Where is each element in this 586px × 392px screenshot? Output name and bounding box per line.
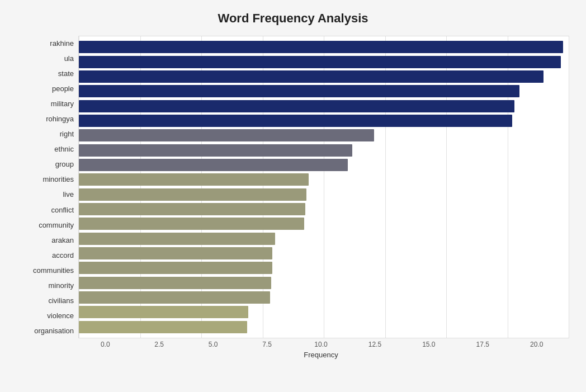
bar xyxy=(79,100,514,112)
y-label: minorities xyxy=(17,172,74,187)
y-label: state xyxy=(17,66,74,81)
bar xyxy=(79,173,309,186)
bar-row xyxy=(79,216,563,231)
y-label: people xyxy=(17,81,74,96)
bar xyxy=(79,233,275,245)
bar xyxy=(79,188,306,201)
bar-row xyxy=(79,276,563,290)
x-tick: 7.5 xyxy=(240,341,294,348)
bar xyxy=(79,306,248,318)
bar xyxy=(79,203,305,215)
bar xyxy=(79,159,348,171)
y-label: rohingya xyxy=(17,111,74,126)
chart-container: Word Frequency Analysis rakhineulastatep… xyxy=(0,0,586,392)
y-label: live xyxy=(17,187,74,202)
bar xyxy=(79,247,272,259)
bar xyxy=(79,218,304,230)
x-tick: 15.0 xyxy=(402,341,456,348)
y-label: violence xyxy=(17,308,74,323)
bar-row xyxy=(79,158,563,172)
bar xyxy=(79,277,271,289)
x-tick: 12.5 xyxy=(348,341,401,348)
y-label: conflict xyxy=(17,202,74,218)
bar-row xyxy=(79,290,563,305)
bar-row xyxy=(79,305,563,319)
chart-title: Word Frequency Analysis xyxy=(17,11,569,26)
bar xyxy=(79,115,512,127)
bar xyxy=(79,262,272,274)
bar-row xyxy=(79,320,563,334)
y-label: communities xyxy=(17,263,74,278)
bar xyxy=(79,70,544,83)
bar xyxy=(79,129,374,141)
grid-line xyxy=(569,36,569,338)
bar xyxy=(79,41,563,53)
x-axis-container: 0.02.55.07.510.012.515.017.520.0 Frequen… xyxy=(78,341,569,359)
bar-row xyxy=(79,143,563,158)
y-label: group xyxy=(17,157,74,172)
bar-row xyxy=(79,99,563,114)
y-label: organisation xyxy=(17,323,74,338)
bar-row xyxy=(79,114,563,128)
bar xyxy=(79,321,247,333)
x-axis-label: Frequency xyxy=(78,351,564,359)
bar-row xyxy=(79,246,563,261)
y-label: community xyxy=(17,218,74,233)
bar-row xyxy=(79,187,563,202)
y-label: civilians xyxy=(17,293,74,308)
bar-row xyxy=(79,172,563,187)
bar-row xyxy=(79,232,563,246)
x-tick: 17.5 xyxy=(456,341,509,348)
y-label: arakan xyxy=(17,233,74,248)
y-label: military xyxy=(17,96,74,111)
bar-row xyxy=(79,40,563,54)
x-tick: 20.0 xyxy=(510,341,564,348)
x-tick: 0.0 xyxy=(78,341,132,348)
bar-row xyxy=(79,84,563,98)
bar-row xyxy=(79,55,563,69)
bar-row xyxy=(79,202,563,216)
x-tick: 5.0 xyxy=(186,341,240,348)
bar xyxy=(79,85,519,97)
bar-row xyxy=(79,69,563,84)
bar xyxy=(79,56,561,68)
bar xyxy=(79,291,270,304)
y-label: ula xyxy=(17,51,74,66)
x-tick: 10.0 xyxy=(294,341,348,348)
y-axis: rakhineulastatepeoplemilitaryrohingyarig… xyxy=(17,36,78,338)
chart-area: rakhineulastatepeoplemilitaryrohingyarig… xyxy=(17,36,569,338)
y-label: right xyxy=(17,126,74,141)
x-tick: 2.5 xyxy=(132,341,186,348)
y-label: rakhine xyxy=(17,36,74,51)
bar-row xyxy=(79,128,563,143)
bars-area xyxy=(78,36,569,338)
bar-row xyxy=(79,261,563,275)
y-label: minority xyxy=(17,278,74,293)
y-label: accord xyxy=(17,248,74,263)
bar xyxy=(79,144,352,157)
y-label: ethnic xyxy=(17,141,74,157)
